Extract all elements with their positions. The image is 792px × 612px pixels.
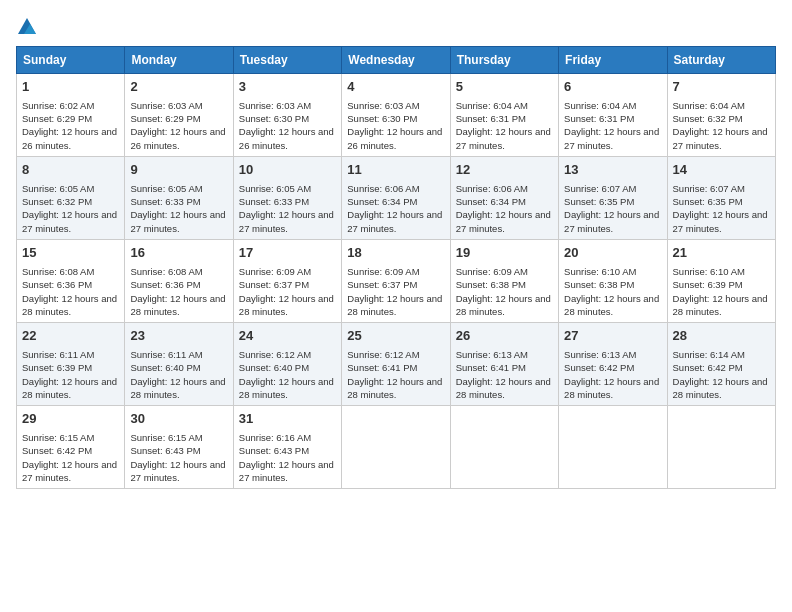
day-number: 8 — [22, 161, 119, 180]
calendar-cell: 7Sunrise: 6:04 AMSunset: 6:32 PMDaylight… — [667, 74, 775, 157]
header-day-thursday: Thursday — [450, 47, 558, 74]
day-number: 15 — [22, 244, 119, 263]
header-day-monday: Monday — [125, 47, 233, 74]
calendar-cell — [559, 406, 667, 489]
day-number: 26 — [456, 327, 553, 346]
calendar-cell: 27Sunrise: 6:13 AMSunset: 6:42 PMDayligh… — [559, 323, 667, 406]
day-info: Sunrise: 6:08 AMSunset: 6:36 PMDaylight:… — [22, 265, 119, 318]
calendar-cell: 22Sunrise: 6:11 AMSunset: 6:39 PMDayligh… — [17, 323, 125, 406]
day-info: Sunrise: 6:04 AMSunset: 6:31 PMDaylight:… — [456, 99, 553, 152]
calendar-cell: 14Sunrise: 6:07 AMSunset: 6:35 PMDayligh… — [667, 157, 775, 240]
calendar-cell: 4Sunrise: 6:03 AMSunset: 6:30 PMDaylight… — [342, 74, 450, 157]
header-row: SundayMondayTuesdayWednesdayThursdayFrid… — [17, 47, 776, 74]
header — [16, 16, 776, 38]
day-info: Sunrise: 6:09 AMSunset: 6:37 PMDaylight:… — [239, 265, 336, 318]
day-number: 12 — [456, 161, 553, 180]
calendar-cell: 3Sunrise: 6:03 AMSunset: 6:30 PMDaylight… — [233, 74, 341, 157]
day-number: 14 — [673, 161, 770, 180]
day-info: Sunrise: 6:11 AMSunset: 6:39 PMDaylight:… — [22, 348, 119, 401]
day-info: Sunrise: 6:05 AMSunset: 6:33 PMDaylight:… — [239, 182, 336, 235]
day-info: Sunrise: 6:04 AMSunset: 6:32 PMDaylight:… — [673, 99, 770, 152]
week-row-1: 1Sunrise: 6:02 AMSunset: 6:29 PMDaylight… — [17, 74, 776, 157]
day-number: 30 — [130, 410, 227, 429]
day-number: 4 — [347, 78, 444, 97]
calendar-cell: 6Sunrise: 6:04 AMSunset: 6:31 PMDaylight… — [559, 74, 667, 157]
calendar-cell: 23Sunrise: 6:11 AMSunset: 6:40 PMDayligh… — [125, 323, 233, 406]
header-day-friday: Friday — [559, 47, 667, 74]
calendar-cell: 8Sunrise: 6:05 AMSunset: 6:32 PMDaylight… — [17, 157, 125, 240]
day-info: Sunrise: 6:09 AMSunset: 6:37 PMDaylight:… — [347, 265, 444, 318]
logo-icon — [16, 16, 38, 38]
day-number: 9 — [130, 161, 227, 180]
day-number: 22 — [22, 327, 119, 346]
day-info: Sunrise: 6:02 AMSunset: 6:29 PMDaylight:… — [22, 99, 119, 152]
day-number: 2 — [130, 78, 227, 97]
day-number: 10 — [239, 161, 336, 180]
day-number: 29 — [22, 410, 119, 429]
day-info: Sunrise: 6:04 AMSunset: 6:31 PMDaylight:… — [564, 99, 661, 152]
day-number: 24 — [239, 327, 336, 346]
week-row-3: 15Sunrise: 6:08 AMSunset: 6:36 PMDayligh… — [17, 240, 776, 323]
calendar-cell: 19Sunrise: 6:09 AMSunset: 6:38 PMDayligh… — [450, 240, 558, 323]
calendar-cell: 12Sunrise: 6:06 AMSunset: 6:34 PMDayligh… — [450, 157, 558, 240]
day-info: Sunrise: 6:11 AMSunset: 6:40 PMDaylight:… — [130, 348, 227, 401]
day-info: Sunrise: 6:03 AMSunset: 6:29 PMDaylight:… — [130, 99, 227, 152]
day-info: Sunrise: 6:10 AMSunset: 6:39 PMDaylight:… — [673, 265, 770, 318]
day-info: Sunrise: 6:12 AMSunset: 6:40 PMDaylight:… — [239, 348, 336, 401]
page-container: SundayMondayTuesdayWednesdayThursdayFrid… — [16, 16, 776, 489]
day-info: Sunrise: 6:13 AMSunset: 6:41 PMDaylight:… — [456, 348, 553, 401]
calendar-cell — [342, 406, 450, 489]
day-number: 16 — [130, 244, 227, 263]
day-info: Sunrise: 6:05 AMSunset: 6:32 PMDaylight:… — [22, 182, 119, 235]
day-number: 20 — [564, 244, 661, 263]
day-info: Sunrise: 6:05 AMSunset: 6:33 PMDaylight:… — [130, 182, 227, 235]
calendar-cell: 25Sunrise: 6:12 AMSunset: 6:41 PMDayligh… — [342, 323, 450, 406]
day-info: Sunrise: 6:03 AMSunset: 6:30 PMDaylight:… — [347, 99, 444, 152]
day-number: 13 — [564, 161, 661, 180]
day-number: 3 — [239, 78, 336, 97]
calendar-cell: 28Sunrise: 6:14 AMSunset: 6:42 PMDayligh… — [667, 323, 775, 406]
calendar-cell: 16Sunrise: 6:08 AMSunset: 6:36 PMDayligh… — [125, 240, 233, 323]
calendar-cell: 30Sunrise: 6:15 AMSunset: 6:43 PMDayligh… — [125, 406, 233, 489]
calendar-cell: 24Sunrise: 6:12 AMSunset: 6:40 PMDayligh… — [233, 323, 341, 406]
calendar-cell: 15Sunrise: 6:08 AMSunset: 6:36 PMDayligh… — [17, 240, 125, 323]
header-day-saturday: Saturday — [667, 47, 775, 74]
day-info: Sunrise: 6:14 AMSunset: 6:42 PMDaylight:… — [673, 348, 770, 401]
day-info: Sunrise: 6:12 AMSunset: 6:41 PMDaylight:… — [347, 348, 444, 401]
day-number: 11 — [347, 161, 444, 180]
header-day-sunday: Sunday — [17, 47, 125, 74]
calendar-cell: 29Sunrise: 6:15 AMSunset: 6:42 PMDayligh… — [17, 406, 125, 489]
day-info: Sunrise: 6:08 AMSunset: 6:36 PMDaylight:… — [130, 265, 227, 318]
day-number: 1 — [22, 78, 119, 97]
day-number: 19 — [456, 244, 553, 263]
week-row-2: 8Sunrise: 6:05 AMSunset: 6:32 PMDaylight… — [17, 157, 776, 240]
day-number: 21 — [673, 244, 770, 263]
day-info: Sunrise: 6:07 AMSunset: 6:35 PMDaylight:… — [673, 182, 770, 235]
day-info: Sunrise: 6:16 AMSunset: 6:43 PMDaylight:… — [239, 431, 336, 484]
calendar-table: SundayMondayTuesdayWednesdayThursdayFrid… — [16, 46, 776, 489]
day-info: Sunrise: 6:06 AMSunset: 6:34 PMDaylight:… — [456, 182, 553, 235]
calendar-cell: 26Sunrise: 6:13 AMSunset: 6:41 PMDayligh… — [450, 323, 558, 406]
logo — [16, 16, 42, 38]
day-number: 27 — [564, 327, 661, 346]
header-day-tuesday: Tuesday — [233, 47, 341, 74]
header-day-wednesday: Wednesday — [342, 47, 450, 74]
day-number: 7 — [673, 78, 770, 97]
day-info: Sunrise: 6:07 AMSunset: 6:35 PMDaylight:… — [564, 182, 661, 235]
calendar-cell — [667, 406, 775, 489]
calendar-cell: 20Sunrise: 6:10 AMSunset: 6:38 PMDayligh… — [559, 240, 667, 323]
day-number: 5 — [456, 78, 553, 97]
day-number: 18 — [347, 244, 444, 263]
calendar-cell: 31Sunrise: 6:16 AMSunset: 6:43 PMDayligh… — [233, 406, 341, 489]
day-number: 28 — [673, 327, 770, 346]
calendar-cell: 9Sunrise: 6:05 AMSunset: 6:33 PMDaylight… — [125, 157, 233, 240]
day-number: 25 — [347, 327, 444, 346]
calendar-cell: 17Sunrise: 6:09 AMSunset: 6:37 PMDayligh… — [233, 240, 341, 323]
week-row-4: 22Sunrise: 6:11 AMSunset: 6:39 PMDayligh… — [17, 323, 776, 406]
day-info: Sunrise: 6:15 AMSunset: 6:42 PMDaylight:… — [22, 431, 119, 484]
calendar-cell: 13Sunrise: 6:07 AMSunset: 6:35 PMDayligh… — [559, 157, 667, 240]
calendar-cell: 2Sunrise: 6:03 AMSunset: 6:29 PMDaylight… — [125, 74, 233, 157]
calendar-cell: 11Sunrise: 6:06 AMSunset: 6:34 PMDayligh… — [342, 157, 450, 240]
calendar-cell: 10Sunrise: 6:05 AMSunset: 6:33 PMDayligh… — [233, 157, 341, 240]
day-info: Sunrise: 6:06 AMSunset: 6:34 PMDaylight:… — [347, 182, 444, 235]
